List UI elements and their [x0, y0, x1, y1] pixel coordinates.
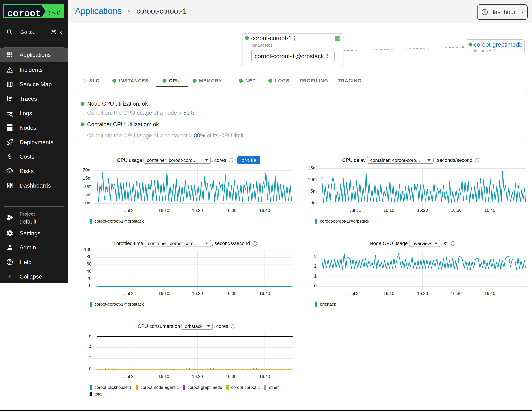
svg-text:coroot: coroot	[7, 8, 41, 18]
svg-text::~#: :~#	[48, 9, 60, 18]
